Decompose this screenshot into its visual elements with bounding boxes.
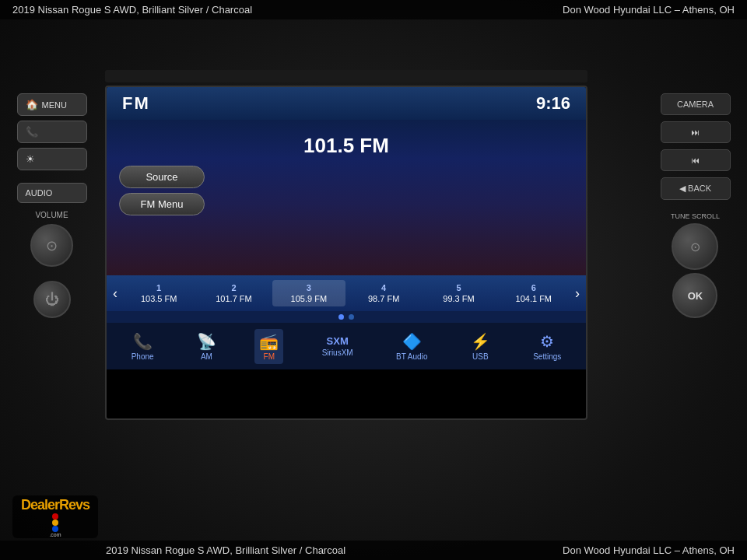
display-button[interactable]: ☀ bbox=[17, 148, 87, 170]
nav-usb[interactable]: ⚡ USB bbox=[466, 329, 495, 364]
caption-bottom-left: 2019 Nissan Rogue S AWD, Brilliant Silve… bbox=[106, 544, 345, 556]
skip-forward-button[interactable]: ⏭ bbox=[661, 121, 731, 143]
phone-nav-icon: 📞 bbox=[133, 332, 153, 351]
infotainment-screen: FM 9:16 101.5 FM Source FM Menu ‹ 1 103.… bbox=[105, 86, 587, 420]
preset-2[interactable]: 2 101.7 FM bbox=[197, 280, 270, 306]
caption-top-left: 2019 Nissan Rogue S AWD, Brilliant Silve… bbox=[12, 4, 252, 16]
presets-bar: ‹ 1 103.5 FM 2 101.7 FM 3 105.9 FM 4 98.… bbox=[107, 275, 586, 311]
home-icon: 🏠 bbox=[26, 99, 38, 110]
screen-title: FM bbox=[122, 93, 150, 114]
dot-1 bbox=[338, 314, 344, 320]
audio-label: AUDIO bbox=[26, 188, 53, 198]
preset-3[interactable]: 3 105.9 FM bbox=[272, 280, 345, 306]
usb-icon: ⚡ bbox=[471, 332, 490, 351]
preset-6[interactable]: 6 104.1 FM bbox=[497, 280, 570, 306]
brightness-icon: ☀ bbox=[26, 153, 35, 165]
caption-bottom-right: Don Wood Hyundai LLC – Athens, OH bbox=[563, 544, 735, 556]
nav-phone[interactable]: 📞 Phone bbox=[127, 329, 159, 364]
preset-1[interactable]: 1 103.5 FM bbox=[122, 280, 195, 306]
skip-back-button[interactable]: ⏮ bbox=[661, 149, 731, 171]
siriusxm-icon: SXM bbox=[327, 335, 349, 347]
screen-buttons: Source FM Menu bbox=[119, 166, 212, 215]
dot-orange bbox=[52, 520, 58, 526]
caption-top-right: Don Wood Hyundai LLC – Athens, OH bbox=[563, 4, 735, 16]
eject-slot bbox=[105, 70, 587, 82]
dot-red bbox=[52, 513, 58, 520]
tune-scroll-area: TUNE SCROLL ⊙ OK bbox=[671, 212, 720, 318]
phone-button[interactable]: 📞 bbox=[17, 121, 87, 143]
menu-label: MENU bbox=[42, 100, 67, 110]
screen-time: 9:16 bbox=[536, 93, 570, 114]
dot-blue bbox=[52, 526, 58, 532]
menu-button[interactable]: 🏠 MENU bbox=[17, 93, 87, 116]
presets-left-arrow[interactable]: ‹ bbox=[110, 285, 121, 302]
photo-area: 2019 Nissan Rogue S AWD, Brilliant Silve… bbox=[0, 0, 747, 560]
ok-button[interactable]: OK bbox=[672, 273, 717, 318]
camera-button[interactable]: CAMERA bbox=[661, 93, 731, 115]
tune-scroll-knob[interactable]: ⊙ bbox=[672, 223, 718, 270]
skip-back-icon: ⏮ bbox=[691, 156, 700, 165]
source-button[interactable]: Source bbox=[119, 166, 205, 188]
phone-icon: 📞 bbox=[26, 126, 38, 138]
caption-bottom: DealerRevs .com 2019 Nissan Rogue S AWD,… bbox=[0, 541, 747, 560]
audio-button[interactable]: AUDIO bbox=[17, 183, 87, 203]
nav-bt-audio[interactable]: 🔷 BT Audio bbox=[391, 329, 432, 364]
nav-bar: 📞 Phone 📡 AM 📻 FM SXM SiriusXM 🔷 BT Audi… bbox=[107, 323, 586, 369]
presets-right-arrow[interactable]: › bbox=[572, 285, 583, 302]
tune-knob-indicator: ⊙ bbox=[690, 240, 700, 254]
volume-area: VOLUME ⊙ bbox=[30, 208, 73, 267]
station-display: 101.5 FM bbox=[119, 128, 573, 161]
dealer-dot-row bbox=[52, 513, 58, 532]
settings-icon: ⚙ bbox=[540, 332, 554, 351]
fm-icon: 📻 bbox=[259, 332, 279, 351]
nav-am[interactable]: 📡 AM bbox=[192, 329, 221, 364]
nav-fm[interactable]: 📻 FM bbox=[254, 329, 283, 364]
preset-5[interactable]: 5 99.3 FM bbox=[422, 280, 495, 306]
am-icon: 📡 bbox=[197, 332, 216, 351]
dot-2 bbox=[349, 314, 354, 320]
left-controls-panel: 🏠 MENU 📞 ☀ AUDIO VOLUME ⊙ ⏻ bbox=[11, 93, 93, 318]
fm-menu-button[interactable]: FM Menu bbox=[119, 193, 205, 215]
volume-label: VOLUME bbox=[35, 211, 68, 219]
nav-siriusxm[interactable]: SXM SiriusXM bbox=[317, 332, 358, 360]
indicator-dots bbox=[107, 311, 586, 323]
volume-knob[interactable]: ⊙ bbox=[30, 224, 73, 267]
back-button[interactable]: ◀ BACK bbox=[661, 177, 731, 200]
dealer-logo-main: DealerRevs bbox=[21, 497, 89, 513]
tune-scroll-label: TUNE SCROLL bbox=[671, 212, 720, 220]
caption-top: 2019 Nissan Rogue S AWD, Brilliant Silve… bbox=[0, 0, 747, 19]
nav-settings[interactable]: ⚙ Settings bbox=[528, 329, 566, 364]
dealer-logo-sub: .com bbox=[49, 532, 61, 537]
back-icon: ◀ bbox=[679, 184, 686, 193]
skip-forward-icon: ⏭ bbox=[691, 128, 700, 137]
dealer-logo: DealerRevs .com bbox=[12, 495, 98, 538]
screen-header: FM 9:16 bbox=[107, 87, 586, 120]
preset-4[interactable]: 4 98.7 FM bbox=[347, 280, 420, 306]
bluetooth-icon: 🔷 bbox=[402, 332, 422, 351]
power-knob[interactable]: ⏻ bbox=[33, 281, 71, 318]
right-controls-panel: CAMERA ⏭ ⏮ ◀ BACK TUNE SCROLL ⊙ OK bbox=[654, 93, 736, 318]
